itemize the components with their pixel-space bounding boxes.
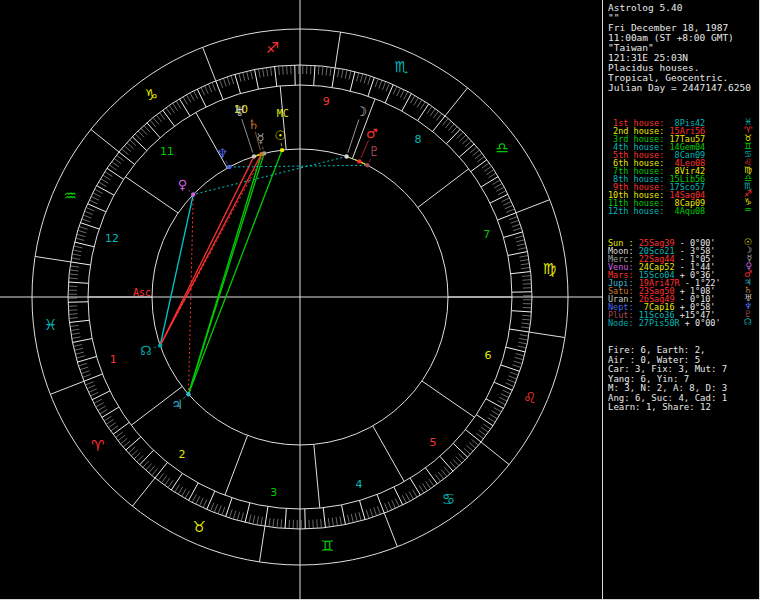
- sign-glyph-leo: ♌: [523, 389, 536, 407]
- house-number-4: 4: [355, 478, 362, 491]
- planet-pointer-mercury: [262, 147, 263, 150]
- planet-glyph-node: ☊: [140, 343, 152, 358]
- house-cusp-line-5: [373, 426, 404, 482]
- sign-glyph-scorpio: ♏: [394, 58, 408, 76]
- sign-glyph-cancer: ♋: [442, 490, 455, 508]
- sign-boundary-line: [259, 526, 264, 562]
- house-cusp-line-4: [314, 444, 320, 508]
- astrolog-window: ♈♉♊♋♌♍♎♏♐♑♒♓123456789101112♃♇♂☽☉☿♄♅♆♀☊As…: [0, 0, 760, 600]
- planet-glyph-saturn: ♄: [247, 117, 259, 132]
- app-title: Astrolog 5.40: [608, 3, 760, 13]
- house-number-1: 1: [110, 353, 117, 366]
- sign-boundary-line: [50, 381, 84, 394]
- house-number-12: 12: [105, 232, 119, 245]
- house-cusp-line-6: [422, 381, 475, 417]
- aspect-lines: [160, 150, 367, 394]
- planet-glyph-neptune: ♆: [216, 146, 228, 161]
- house-number-2: 2: [179, 448, 186, 461]
- house-number-9: 9: [323, 95, 330, 108]
- aspect-uranus-node: [160, 156, 254, 345]
- planet-glyph-sun: ☉: [274, 128, 286, 143]
- sign-glyph-aries: ♈: [91, 437, 104, 455]
- house-number-8: 8: [414, 133, 421, 146]
- planet-pointer-jupiter: [183, 397, 185, 399]
- sign-boundary-line: [529, 332, 565, 337]
- angle-labels: AscMC: [133, 108, 289, 297]
- planet-point-sun: [280, 148, 284, 152]
- planet-point-node: [158, 343, 162, 347]
- house-cusp-line-12: [125, 177, 178, 213]
- house-number-3: 3: [270, 486, 277, 499]
- sign-boundary-line: [203, 47, 216, 81]
- house-number-6: 6: [485, 349, 492, 362]
- planet-pointer-mars: [361, 140, 369, 157]
- planet-point-mars: [357, 159, 361, 163]
- planet-label: Node:: [608, 318, 634, 328]
- house-number-11: 11: [160, 145, 174, 158]
- sign-glyph-capricorn: ♑: [145, 86, 158, 104]
- planet-point-venus: [191, 192, 195, 196]
- sign-glyph-aquarius: ♒: [63, 187, 76, 205]
- sign-glyph-taurus: ♉: [192, 518, 205, 536]
- planet-pointer-node: [154, 347, 157, 348]
- house-cusp-value: 4Aqu08: [664, 206, 705, 216]
- planet-row: Node: 27Pis50R + 0°00'☊: [608, 319, 760, 327]
- planet-position-list: Sun : 25Sag39 - 0°00'☉Moon: 20Sco21 - 3°…: [608, 239, 760, 327]
- aspect-saturn-node: [160, 154, 261, 345]
- aspect-jupiter-saturn: [188, 154, 261, 394]
- planet-glyph-uranus: ♅: [234, 104, 246, 119]
- mc-label: MC: [277, 108, 289, 119]
- planet-glyph-mercury: ☿: [256, 131, 264, 146]
- chart-area: ♈♉♊♋♌♍♎♏♐♑♒♓123456789101112♃♇♂☽☉☿♄♅♆♀☊As…: [0, 0, 602, 600]
- info-sidebar: Astrolog 5.40 "" Fri December 18, 1987 1…: [602, 0, 760, 600]
- planet-glyph: ☊: [744, 318, 752, 326]
- house-label: 12th house:: [608, 206, 664, 216]
- aspect-venus-jupiter: [188, 195, 193, 395]
- house-cusp-line-3: [225, 435, 248, 495]
- sign-boundary-line: [35, 256, 71, 261]
- planet-position-value: 27Pis50R: [634, 318, 680, 328]
- aspect-venus-node: [160, 195, 193, 346]
- house-cusp-line-8: [418, 169, 469, 208]
- planet-pointer-venus: [188, 190, 190, 192]
- sign-glyph-libra: ♎: [496, 139, 509, 157]
- planet-point-moon: [344, 154, 348, 158]
- sign-glyph: ♒: [744, 206, 752, 214]
- sign-glyph-sagittarius: ♐: [266, 39, 279, 57]
- house-number-5: 5: [429, 436, 436, 449]
- sign-boundary-line: [335, 32, 340, 68]
- chart-statistics: Fire: 6, Earth: 2, Air : 0, Water: 5 Car…: [608, 346, 760, 413]
- sign-boundary-line: [132, 478, 155, 506]
- sign-boundary-line: [445, 88, 468, 116]
- planet-glyph-venus: ♀: [178, 177, 188, 192]
- planet-points: [158, 148, 370, 397]
- planet-pointer-moon: [348, 120, 359, 153]
- planet-glyph-jupiter: ♃: [171, 397, 183, 412]
- house-row: 12th house: 4Aqu08♒: [608, 207, 760, 215]
- sign-glyph-pisces: ♓: [44, 316, 57, 334]
- sign-glyph-virgo: ♍: [543, 260, 556, 278]
- asc-label: Asc: [133, 287, 151, 298]
- house-number-7: 7: [483, 228, 490, 241]
- sign-boundary-line: [516, 200, 550, 213]
- sign-boundary-line: [384, 513, 397, 547]
- julian-day: Julian Day = 2447147.6250: [608, 83, 760, 93]
- chart-info-header: Astrolog 5.40 "" Fri December 18, 1987 1…: [608, 3, 760, 93]
- planet-pointer-pluto: [369, 159, 370, 162]
- planet-glyph-mars: ♂: [366, 126, 378, 141]
- sign-glyph-gemini: ♊: [321, 537, 334, 555]
- planet-point-saturn: [259, 152, 263, 156]
- planet-point-uranus: [252, 154, 256, 158]
- natal-chart-wheel[interactable]: ♈♉♊♋♌♍♎♏♐♑♒♓123456789101112♃♇♂☽☉☿♄♅♆♀☊As…: [0, 0, 602, 600]
- planet-latitude-value: + 0°00': [680, 318, 721, 328]
- house-cusp-list: 1st house: 8Pis42♓ 2nd house: 15Ari56♈ 3…: [608, 119, 760, 215]
- sign-boundary-line: [481, 442, 509, 465]
- sign-boundary-line: [91, 129, 119, 152]
- learn-share-counts: Learn: 1, Share: 12: [608, 403, 760, 413]
- planet-glyph-pluto: ♇: [368, 144, 380, 159]
- planet-point-neptune: [227, 165, 231, 169]
- planet-point-pluto: [365, 163, 369, 167]
- planet-glyph-moon: ☽: [356, 104, 368, 119]
- aspect-sun-jupiter: [188, 150, 282, 394]
- planet-point-jupiter: [186, 392, 190, 396]
